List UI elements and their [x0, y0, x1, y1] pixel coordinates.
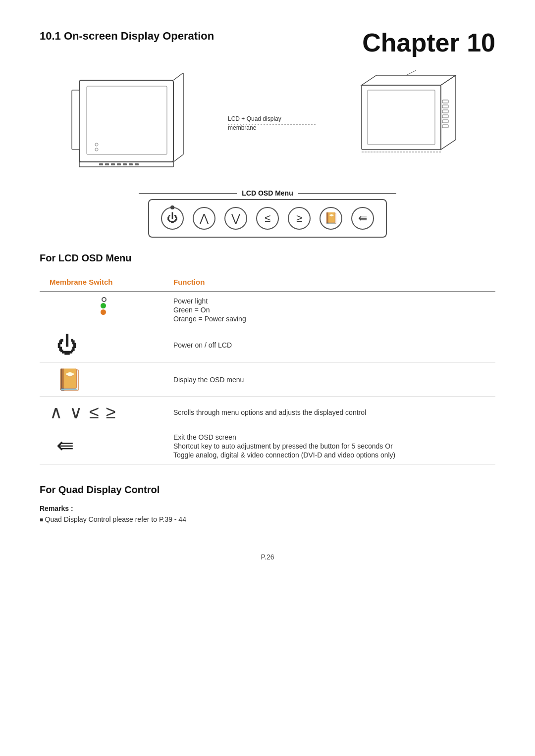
- table-row: 📔 Display the OSD menu: [40, 362, 495, 397]
- chapter-title: Chapter 10: [362, 30, 495, 55]
- svg-text:LCD + Quad display: LCD + Quad display: [228, 115, 281, 122]
- svg-rect-30: [442, 120, 448, 123]
- svg-line-32: [406, 70, 416, 75]
- osd-menu-btn: 📔: [320, 207, 342, 230]
- osd-up-btn: ⋀: [193, 207, 215, 230]
- func-line-3: Orange = Power saving: [173, 315, 485, 323]
- osd-table: Membrane Switch Function Power light Gre…: [40, 273, 495, 464]
- function-cell-osd: Display the OSD menu: [168, 362, 495, 397]
- func-osd: Display the OSD menu: [173, 376, 244, 384]
- osd-exit-btn: ⇚: [351, 207, 374, 230]
- power-light-outline-dot: [102, 297, 107, 302]
- diagram-area: LCD + Quad display membrane: [40, 70, 495, 179]
- diagram-label-group: LCD + Quad display membrane: [228, 110, 317, 140]
- svg-point-17: [95, 148, 98, 151]
- green-dot: [101, 303, 106, 308]
- lcd-osd-heading: For LCD OSD Menu: [40, 252, 495, 264]
- remarks-list: Quad Display Control please refer to P.3…: [40, 515, 495, 523]
- switch-cell-osd: 📔: [40, 362, 168, 397]
- function-cell-power: Power on / off LCD: [168, 328, 495, 362]
- func-exit-1: Exit the OSD screen: [173, 433, 485, 441]
- svg-line-2: [173, 73, 183, 80]
- svg-rect-0: [79, 80, 173, 162]
- svg-rect-15: [135, 163, 139, 165]
- table-row: ⏻ Power on / off LCD: [40, 328, 495, 362]
- svg-rect-28: [442, 110, 448, 113]
- lcd-side-diagram: [347, 70, 466, 179]
- dotted-label-svg: LCD + Quad display membrane: [228, 110, 317, 140]
- remarks-heading: Remarks :: [40, 504, 495, 512]
- svg-rect-14: [129, 163, 133, 165]
- page-number: P.26: [40, 553, 495, 561]
- list-item: Quad Display Control please refer to P.3…: [40, 515, 495, 523]
- svg-rect-27: [442, 105, 448, 108]
- svg-rect-12: [117, 163, 121, 165]
- svg-marker-22: [362, 75, 456, 85]
- func-arrows: Scrolls through menu options and adjusts…: [173, 408, 366, 416]
- svg-rect-18: [72, 90, 79, 150]
- svg-rect-13: [123, 163, 127, 165]
- osd-menu-container: LCD OSD Menu ⏻ ⋀ ⋁ ≤ ≥ 📔 ⇚: [139, 189, 396, 238]
- osd-power-dot: [170, 205, 174, 209]
- osd-down-btn: ⋁: [224, 207, 247, 230]
- func-line-1: Power light: [173, 297, 485, 305]
- function-cell-power-light: Power light Green = On Orange = Power sa…: [168, 292, 495, 328]
- svg-rect-9: [99, 163, 103, 165]
- exit-desc: Exit the OSD screen Shortcut key to auto…: [173, 433, 485, 459]
- arrow-symbols: ∧ ∨ ≤ ≥: [50, 402, 159, 423]
- function-cell-exit: Exit the OSD screen Shortcut key to auto…: [168, 428, 495, 464]
- page-header: 10.1 On-screen Display Operation Chapter…: [40, 30, 495, 55]
- func-exit-3: Toggle analog, digital & video connectio…: [173, 451, 485, 459]
- svg-rect-26: [442, 100, 448, 103]
- osd-power-btn: ⏻: [161, 207, 184, 230]
- osd-left-btn: ≤: [256, 207, 279, 230]
- svg-rect-29: [442, 115, 448, 118]
- exit-symbol: ⇚: [50, 433, 159, 457]
- lcd-front-diagram: [69, 70, 198, 179]
- section-title: 10.1 On-screen Display Operation: [40, 30, 214, 43]
- power-symbol: ⏻: [50, 333, 159, 357]
- switch-cell-power-light: [40, 292, 168, 328]
- osd-menu-left-line: [139, 193, 237, 194]
- svg-rect-10: [105, 163, 109, 165]
- switch-cell-exit: ⇚: [40, 428, 168, 464]
- col-switch-header: Membrane Switch: [40, 273, 168, 292]
- table-row: ⇚ Exit the OSD screen Shortcut key to au…: [40, 428, 495, 464]
- func-exit-2: Shortcut key to auto adjustment by press…: [173, 442, 485, 450]
- orange-dot: [101, 309, 106, 315]
- table-row: ∧ ∨ ≤ ≥ Scrolls through menu options and…: [40, 397, 495, 428]
- osd-menu-symbol: 📔: [50, 367, 159, 392]
- function-cell-arrows: Scrolls through menu options and adjusts…: [168, 397, 495, 428]
- col-function-header: Function: [168, 273, 495, 292]
- switch-cell-arrows: ∧ ∨ ≤ ≥: [40, 397, 168, 428]
- svg-rect-23: [362, 85, 441, 150]
- svg-text:membrane: membrane: [228, 124, 257, 131]
- table-row: Power light Green = On Orange = Power sa…: [40, 292, 495, 328]
- power-light-desc: Power light Green = On Orange = Power sa…: [173, 297, 485, 323]
- osd-right-btn: ≥: [288, 207, 311, 230]
- svg-rect-11: [111, 163, 115, 165]
- svg-rect-1: [87, 86, 167, 154]
- func-power: Power on / off LCD: [173, 341, 232, 349]
- quad-heading: For Quad Display Control: [40, 484, 495, 496]
- osd-table-header-row: Membrane Switch Function: [40, 273, 495, 292]
- svg-point-16: [95, 143, 98, 146]
- quad-section: For Quad Display Control Remarks : Quad …: [40, 484, 495, 523]
- svg-line-3: [173, 154, 183, 162]
- func-line-2: Green = On: [173, 306, 485, 314]
- osd-menu-right-line: [298, 193, 396, 194]
- osd-menu-box: ⏻ ⋀ ⋁ ≤ ≥ 📔 ⇚: [148, 199, 387, 238]
- svg-rect-31: [442, 125, 448, 128]
- svg-rect-25: [368, 90, 435, 145]
- osd-menu-label-row: LCD OSD Menu: [139, 189, 396, 197]
- switch-cell-power: ⏻: [40, 328, 168, 362]
- osd-menu-label-text: LCD OSD Menu: [237, 189, 298, 197]
- power-light-symbol: [50, 297, 159, 315]
